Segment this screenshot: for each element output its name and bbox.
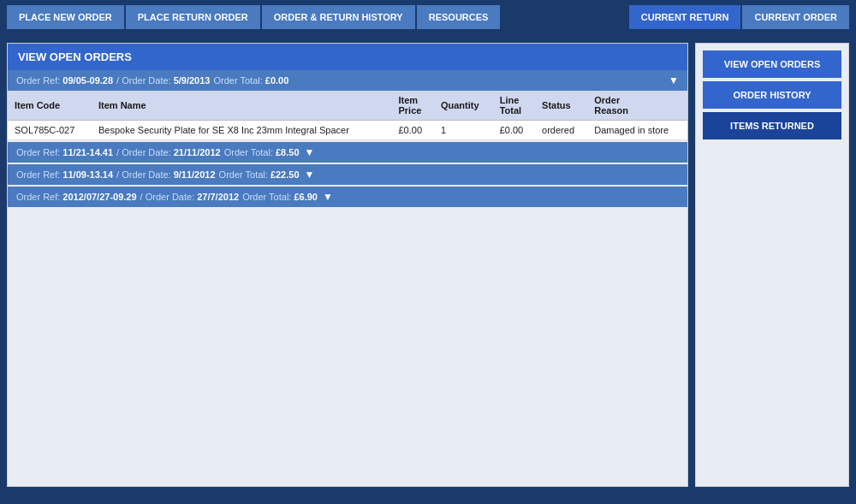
order-date-value-3: 9/11/2012 <box>174 169 216 180</box>
order-total-label-1: Order Total: <box>213 75 262 86</box>
order-ref-label-1: Order Ref: <box>16 75 60 86</box>
order-date-label-4: / Order Date: <box>140 192 195 202</box>
dropdown-arrow-1: ▼ <box>669 74 679 86</box>
order-total-value-4: £6.90 <box>294 192 318 202</box>
order-total-label-4: Order Total: <box>242 192 291 202</box>
order-ref-label-2: Order Ref: <box>16 147 60 157</box>
order-detail-1: Item Code Item Name ItemPrice Quantity L… <box>8 91 687 140</box>
order-row-2[interactable]: Order Ref: 11/21-14.41 / Order Date: 21/… <box>8 142 687 163</box>
cell-item-code: SOL785C-027 <box>8 121 92 140</box>
order-date-value-2: 21/11/2012 <box>174 147 221 157</box>
cell-item-name: Bespoke Security Plate for SE X8 Inc 23m… <box>92 121 392 140</box>
order-total-value-2: £8.50 <box>276 147 300 157</box>
cell-item-price: £0.00 <box>392 121 434 140</box>
order-ref-value-3: 11/09-13.14 <box>62 169 113 180</box>
nav-place-new-order[interactable]: PLACE NEW ORDER <box>7 5 124 29</box>
order-row-3[interactable]: Order Ref: 11/09-13.14 / Order Date: 9/1… <box>8 164 687 185</box>
order-ref-label-3: Order Ref: <box>16 169 60 180</box>
order-total-value-1: £0.00 <box>265 75 289 86</box>
order-row-4[interactable]: Order Ref: 2012/07/27-09.29 / Order Date… <box>8 187 687 207</box>
order-ref-value-2: 11/21-14.41 <box>62 147 113 157</box>
col-line-total: LineTotal <box>493 91 535 121</box>
order-row-1[interactable]: Order Ref: 09/05-09.28 / Order Date: 5/9… <box>8 70 687 91</box>
nav-current-order[interactable]: CURRENT ORDER <box>742 5 849 29</box>
col-item-code: Item Code <box>8 91 92 121</box>
table-row: SOL785C-027 Bespoke Security Plate for S… <box>8 121 687 140</box>
order-date-label-3: / Order Date: <box>116 169 171 180</box>
order-ref-value-1: 09/05-09.28 <box>62 75 113 86</box>
order-date-value-1: 5/9/2013 <box>174 75 211 86</box>
table-header-row: Item Code Item Name ItemPrice Quantity L… <box>8 91 687 121</box>
panel-title: VIEW OPEN ORDERS <box>8 44 687 70</box>
col-order-reason: OrderReason <box>587 91 687 121</box>
nav-resources[interactable]: RESOURCES <box>417 5 501 29</box>
right-btn-view-open-orders[interactable]: VIEW OPEN ORDERS <box>703 50 841 78</box>
nav-place-return-order[interactable]: PLACE RETURN ORDER <box>126 5 260 29</box>
cell-order-reason: Damaged in store <box>587 121 687 140</box>
cell-line-total: £0.00 <box>493 121 535 140</box>
dropdown-arrow-2: ▼ <box>305 146 315 158</box>
main-content: VIEW OPEN ORDERS Order Ref: 09/05-09.28 … <box>0 34 856 495</box>
dropdown-arrow-4: ▼ <box>323 191 333 203</box>
order-table-1: Item Code Item Name ItemPrice Quantity L… <box>8 91 687 140</box>
col-status: Status <box>535 91 587 121</box>
order-date-label-2: / Order Date: <box>116 147 171 157</box>
dropdown-arrow-3: ▼ <box>305 169 315 181</box>
cell-status: ordered <box>535 121 587 140</box>
nav-current-return[interactable]: CURRENT RETURN <box>629 5 741 29</box>
order-ref-value-4: 2012/07/27-09.29 <box>62 192 136 202</box>
order-total-value-3: £22.50 <box>270 169 300 180</box>
order-total-label-2: Order Total: <box>224 147 273 157</box>
order-date-value-4: 27/7/2012 <box>197 192 239 202</box>
col-item-name: Item Name <box>92 91 392 121</box>
order-date-label-1: / Order Date: <box>116 75 171 86</box>
order-ref-label-4: Order Ref: <box>16 192 60 202</box>
right-btn-order-history[interactable]: ORDER HISTORY <box>703 81 841 109</box>
left-panel: VIEW OPEN ORDERS Order Ref: 09/05-09.28 … <box>7 43 688 487</box>
right-panel: VIEW OPEN ORDERS ORDER HISTORY ITEMS RET… <box>695 43 849 487</box>
col-quantity: Quantity <box>434 91 493 121</box>
nav-order-return-history[interactable]: ORDER & RETURN HISTORY <box>262 5 415 29</box>
order-total-label-3: Order Total: <box>219 169 268 180</box>
right-btn-items-returned[interactable]: ITEMS RETURNED <box>703 112 841 139</box>
col-item-price: ItemPrice <box>392 91 434 121</box>
cell-quantity: 1 <box>434 121 493 140</box>
top-nav: PLACE NEW ORDER PLACE RETURN ORDER ORDER… <box>0 0 856 34</box>
